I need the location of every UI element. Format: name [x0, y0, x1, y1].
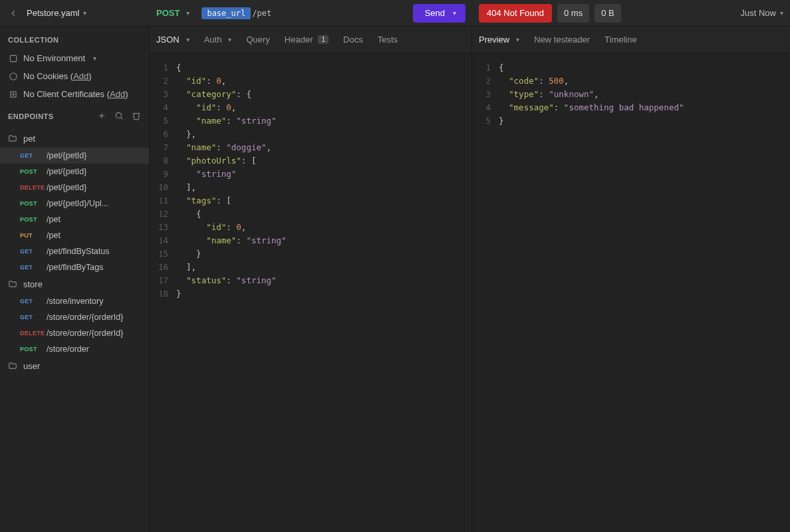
chevron-down-icon: ▾ — [83, 9, 86, 17]
line-number: 5 — [156, 114, 176, 128]
chevron-down-icon: ▾ — [186, 9, 190, 17]
environment-selector[interactable]: No Environment ▾ — [0, 49, 149, 67]
endpoint-row[interactable]: DELETE/store/order/{orderId} — [0, 325, 149, 341]
line-number: 5 — [479, 114, 499, 128]
endpoint-method: GET — [20, 264, 47, 271]
endpoint-method: DELETE — [20, 184, 47, 191]
tab-header[interactable]: Header 1 — [285, 35, 329, 45]
chevron-down-icon[interactable]: ▾ — [453, 9, 456, 17]
endpoint-method: GET — [20, 314, 47, 321]
http-method-selector[interactable]: POST — [156, 8, 180, 18]
certificate-icon — [8, 89, 18, 99]
endpoint-row[interactable]: POST/store/order — [0, 341, 149, 357]
endpoint-row[interactable]: GET/store/order/{orderId} — [0, 309, 149, 325]
code-line: 17 "status": "string" — [156, 274, 465, 287]
tab-preview[interactable]: Preview ▾ — [479, 35, 519, 45]
code-line: 1{ — [479, 61, 783, 74]
line-number: 2 — [479, 74, 499, 88]
tab-auth[interactable]: Auth ▾ — [204, 35, 232, 45]
response-time-badge: 0 ms — [557, 4, 589, 23]
line-number: 13 — [156, 221, 176, 234]
layers-icon — [8, 53, 18, 63]
endpoint-path: /pet/{petId} — [47, 151, 141, 160]
url-variable-badge[interactable]: base_url — [201, 7, 251, 19]
send-button[interactable]: Send ▾ — [413, 4, 465, 23]
endpoint-path: /store/order — [47, 344, 141, 354]
endpoint-row[interactable]: POST/pet/{petId} — [0, 164, 149, 180]
line-number: 16 — [156, 261, 176, 274]
svg-rect-0 — [10, 55, 16, 61]
folder-row[interactable]: pet — [0, 130, 149, 148]
svg-point-7 — [116, 112, 121, 118]
chevron-down-icon: ▾ — [780, 9, 783, 17]
request-tabbar: JSON ▾ Auth ▾ Query Header 1 Docs Tests — [150, 27, 471, 53]
line-number: 12 — [156, 207, 176, 221]
certs-add-link[interactable]: Add — [110, 89, 125, 99]
response-pane: Preview ▾ New testeader Timeline 1{2 "co… — [472, 27, 790, 532]
tab-new-testeader[interactable]: New testeader — [534, 35, 590, 45]
code-line: 13 "id": 0, — [156, 221, 465, 234]
code-line: 6 }, — [156, 128, 465, 141]
certs-label: No Client Certificates ( — [23, 89, 110, 99]
line-number: 1 — [479, 61, 499, 74]
chevron-down-icon: ▾ — [516, 36, 519, 43]
endpoints-header: ENDPOINTS — [0, 103, 149, 130]
folder-row[interactable]: store — [0, 275, 149, 293]
certificates-row[interactable]: No Client Certificates (Add) — [0, 85, 149, 103]
endpoint-row[interactable]: POST/pet — [0, 211, 149, 227]
endpoint-row[interactable]: POST/pet/{petId}/Upl... — [0, 196, 149, 211]
topbar: Petstore.yaml ▾ POST ▾ base_url /pet Sen… — [0, 0, 790, 27]
cookies-add-link[interactable]: Add — [73, 71, 88, 81]
tab-query[interactable]: Query — [246, 35, 269, 45]
chevron-down-icon: ▾ — [186, 36, 190, 43]
line-number: 1 — [156, 61, 176, 74]
code-line: 3 "type": "unknown", — [479, 88, 783, 101]
url-path-input[interactable]: /pet — [252, 9, 271, 18]
response-body-viewer[interactable]: 1{2 "code": 500,3 "type": "unknown",4 "m… — [472, 53, 790, 532]
line-number: 14 — [156, 234, 176, 247]
search-endpoints-button[interactable] — [114, 111, 124, 122]
tab-body-json[interactable]: JSON ▾ — [156, 35, 190, 45]
endpoint-row[interactable]: DELETE/pet/{petId} — [0, 180, 149, 196]
folder-icon — [8, 361, 18, 371]
request-body-editor[interactable]: 1{2 "id": 0,3 "category": {4 "id": 0,5 "… — [150, 53, 471, 532]
folder-icon — [8, 279, 18, 289]
folder-label: user — [23, 361, 40, 371]
line-number: 15 — [156, 247, 176, 261]
endpoints-header-label: ENDPOINTS — [8, 112, 54, 120]
code-line: 5} — [479, 114, 783, 128]
endpoint-row[interactable]: GET/pet/{petId} — [0, 148, 149, 164]
code-line: 16 ], — [156, 261, 465, 274]
cookie-icon — [8, 71, 18, 81]
code-line: 12 { — [156, 207, 465, 221]
endpoint-row[interactable]: GET/store/inventory — [0, 293, 149, 309]
plus-icon — [97, 111, 106, 120]
back-button[interactable] — [7, 7, 20, 20]
endpoint-tree: petGET/pet/{petId}POST/pet/{petId}DELETE… — [0, 130, 149, 375]
endpoint-path: /store/order/{orderId} — [47, 329, 141, 338]
code-line: 3 "category": { — [156, 88, 465, 101]
project-title[interactable]: Petstore.yaml — [27, 8, 79, 18]
endpoint-path: /pet/{petId} — [47, 167, 141, 176]
endpoint-method: DELETE — [20, 330, 47, 336]
folder-row[interactable]: user — [0, 357, 149, 375]
endpoint-path: /pet/findByTags — [47, 263, 141, 272]
endpoint-row[interactable]: PUT/pet — [0, 227, 149, 243]
endpoint-method: GET — [20, 152, 47, 159]
history-dropdown[interactable]: Just Now ▾ — [741, 8, 783, 18]
endpoint-row[interactable]: GET/pet/findByStatus — [0, 243, 149, 259]
environment-label: No Environment — [23, 53, 85, 63]
delete-endpoint-button[interactable] — [132, 111, 141, 122]
endpoint-row[interactable]: GET/pet/findByTags — [0, 259, 149, 275]
cookies-row[interactable]: No Cookies (Add) — [0, 67, 149, 85]
code-line: 8 "photoUrls": [ — [156, 154, 465, 168]
response-status-badge: 404 Not Found — [479, 4, 552, 23]
tab-docs[interactable]: Docs — [343, 35, 363, 45]
tab-timeline[interactable]: Timeline — [604, 35, 637, 45]
line-number: 9 — [156, 168, 176, 181]
tab-tests[interactable]: Tests — [378, 35, 398, 45]
endpoint-method: POST — [20, 346, 47, 352]
add-endpoint-button[interactable] — [97, 111, 106, 122]
code-line: 2 "code": 500, — [479, 74, 783, 88]
endpoint-path: /store/order/{orderId} — [47, 313, 141, 322]
